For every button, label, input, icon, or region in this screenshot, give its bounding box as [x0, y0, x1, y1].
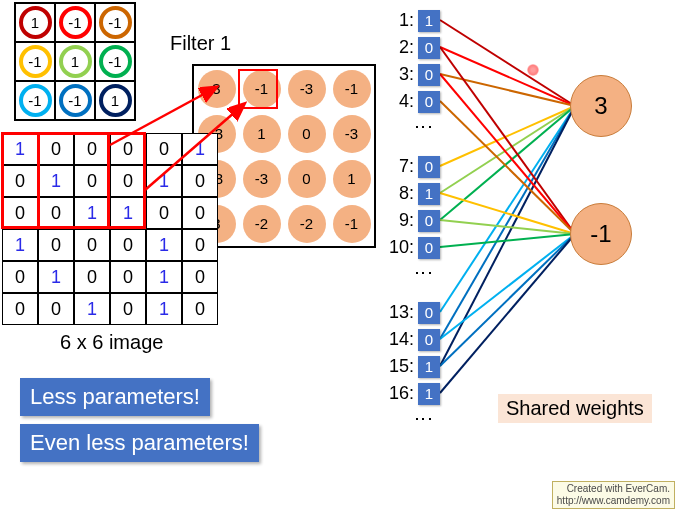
input-value-chip: 0: [418, 156, 440, 178]
input-index: 8:: [380, 183, 414, 204]
input-index: 10:: [380, 237, 414, 258]
evercam-line2: http://www.camdemy.com: [557, 495, 670, 507]
input-row: 9:0: [380, 207, 470, 234]
input-row: 1:1: [380, 7, 470, 34]
input-index: 13:: [380, 302, 414, 323]
output-neuron-bottom: -1: [570, 203, 632, 265]
evercam-line1: Created with EverCam.: [557, 483, 670, 495]
input-index: 9:: [380, 210, 414, 231]
input-value-chip: 0: [418, 91, 440, 113]
input-value-chip: 0: [418, 64, 440, 86]
input-value-chip: 1: [418, 183, 440, 205]
input-index: 15:: [380, 356, 414, 377]
input-value-chip: 1: [418, 10, 440, 32]
svg-line-0: [110, 88, 215, 145]
input-row: 16:1: [380, 380, 470, 407]
input-row: 2:0: [380, 34, 470, 61]
input-row: 4:0: [380, 88, 470, 115]
input-value-chip: 0: [418, 329, 440, 351]
vdots-1: ⋮: [413, 118, 435, 140]
input-index: 14:: [380, 329, 414, 350]
input-row: 8:1: [380, 180, 470, 207]
input-value-chip: 0: [418, 302, 440, 324]
input-group-2: 7:08:19:010:0: [380, 153, 470, 261]
input-row: 13:0: [380, 299, 470, 326]
input-value-chip: 1: [418, 356, 440, 378]
input-index: 3:: [380, 64, 414, 85]
input-row: 7:0: [380, 153, 470, 180]
vdots-2: ⋮: [413, 264, 435, 286]
input-value-chip: 0: [418, 37, 440, 59]
input-index: 16:: [380, 383, 414, 404]
input-index: 2:: [380, 37, 414, 58]
shared-weights-label: Shared weights: [498, 394, 652, 423]
input-value-chip: 1: [418, 383, 440, 405]
input-group-1: 1:12:03:04:0: [380, 7, 470, 115]
input-row: 10:0: [380, 234, 470, 261]
input-index: 7:: [380, 156, 414, 177]
input-row: 14:0: [380, 326, 470, 353]
input-index: 4:: [380, 91, 414, 112]
input-row: 15:1: [380, 353, 470, 380]
less-params-box: Less parameters!: [20, 378, 210, 416]
input-value-chip: 0: [418, 210, 440, 232]
input-index: 1:: [380, 10, 414, 31]
evercam-watermark: Created with EverCam. http://www.camdemy…: [552, 481, 675, 509]
input-group-3: 13:014:015:116:1: [380, 299, 470, 407]
even-less-params-box: Even less parameters!: [20, 424, 259, 462]
pointer-dot: [527, 64, 539, 76]
input-value-chip: 0: [418, 237, 440, 259]
output-neuron-top: 3: [570, 75, 632, 137]
input-row: 3:0: [380, 61, 470, 88]
vdots-3: ⋮: [413, 410, 435, 432]
